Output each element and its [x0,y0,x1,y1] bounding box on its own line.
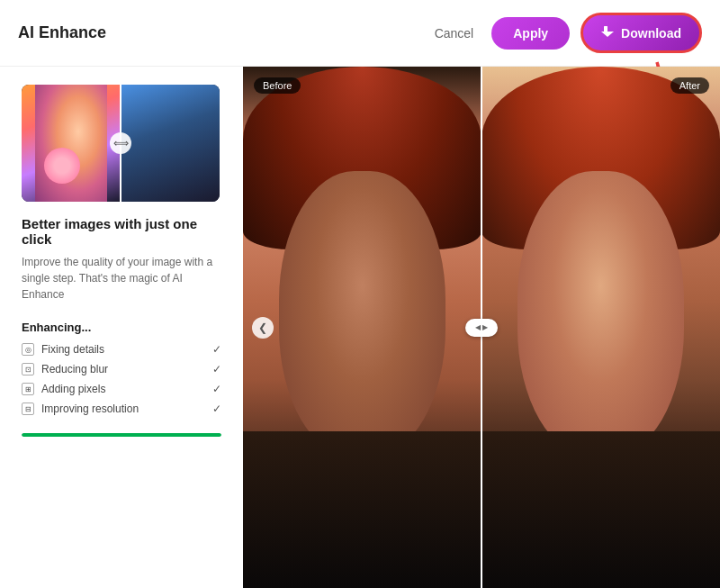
reducing-blur-check: ✓ [212,363,221,375]
main-content: ⟺ Better images with just one click Impr… [0,67,720,588]
reducing-blur-label: Reducing blur [41,363,108,375]
thumb-bubblegum [44,148,80,184]
thumb-arrow: ⟺ [110,132,131,154]
image-after [482,67,720,588]
apply-button[interactable]: Apply [491,17,570,50]
enhance-item-blur: ⊡ Reducing blur ✓ [22,363,221,375]
adding-pixels-check: ✓ [212,383,221,395]
thumb-face [35,85,107,202]
enhance-item-fixing-left: ◎ Fixing details [22,343,104,356]
face-skin-after [518,171,685,457]
preview-thumbnail: ⟺ [22,85,220,202]
reducing-blur-icon: ⊡ [22,363,34,375]
face-skin-before [279,171,446,457]
download-icon [601,24,616,41]
improving-resolution-check: ✓ [212,403,221,415]
after-label: After [670,77,709,94]
nav-chevron-left[interactable]: ❮ [252,317,274,339]
download-button[interactable]: Download [580,13,702,53]
clothing-after [482,431,720,588]
enhance-item-fixing: ◎ Fixing details ✓ [22,343,221,356]
svg-marker-1 [601,32,614,37]
adding-pixels-label: Adding pixels [41,383,105,395]
fixing-details-label: Fixing details [41,343,104,356]
cancel-button[interactable]: Cancel [428,21,482,46]
enhancing-title: Enhancing... [22,321,221,334]
image-compare: Before After ◀ ▶ ❮ [243,67,720,588]
progress-bar-container [22,433,221,437]
enhance-item-pixels: ⊞ Adding pixels ✓ [22,383,221,395]
page-title: AI Enhance [18,23,106,42]
enhance-item-blur-left: ⊡ Reducing blur [22,363,108,375]
thumb-arrow-icon: ⟺ [113,137,129,149]
fixing-details-check: ✓ [212,343,221,356]
fixing-details-icon: ◎ [22,343,34,356]
panel-tagline: Better images with just one click [22,216,221,247]
enhance-item-resolution: ⊟ Improving resolution ✓ [22,403,221,415]
face-before [243,67,482,588]
before-label: Before [254,77,301,94]
handle-left-arrow: ◀ [475,323,481,331]
enhance-item-resolution-left: ⊟ Improving resolution [22,403,139,415]
download-wrapper: Download [580,13,702,53]
adding-pixels-icon: ⊞ [22,383,34,395]
clothing-before [243,431,482,588]
header-actions: Cancel Apply Download [428,13,702,53]
app-container: AI Enhance Cancel Apply Download [0,0,720,588]
handle-right-arrow: ▶ [482,323,488,331]
face-after [482,67,720,588]
improving-resolution-label: Improving resolution [41,403,139,415]
chevron-left-icon: ❮ [258,321,267,334]
svg-rect-0 [604,26,608,32]
enhance-item-pixels-left: ⊞ Adding pixels [22,383,105,395]
header: AI Enhance Cancel Apply Download [0,0,720,67]
compare-handle[interactable]: ◀ ▶ [465,319,498,337]
progress-bar-fill [22,433,221,437]
left-panel: ⟺ Better images with just one click Impr… [0,67,243,588]
improving-resolution-icon: ⊟ [22,403,34,415]
image-before [243,67,482,588]
thumb-before [22,85,121,202]
thumb-after [121,85,220,202]
right-panel: Before After ◀ ▶ ❮ [243,67,720,588]
panel-description: Improve the quality of your image with a… [22,254,221,303]
enhancing-section: Enhancing... ◎ Fixing details ✓ ⊡ Reduci… [22,321,221,415]
